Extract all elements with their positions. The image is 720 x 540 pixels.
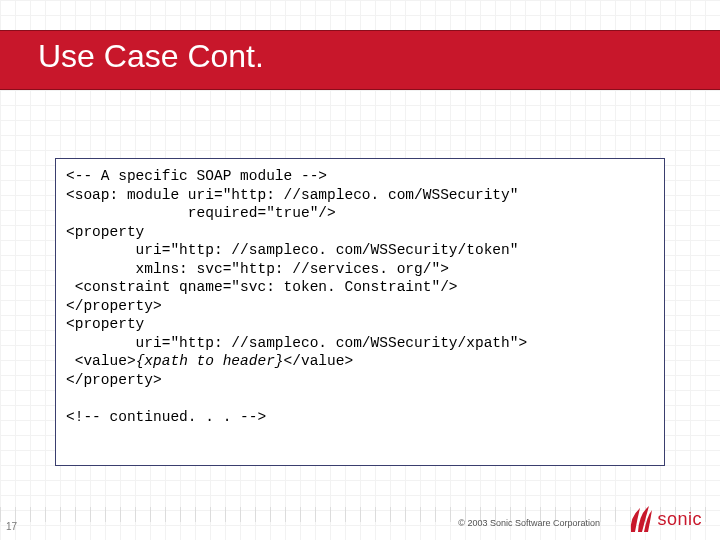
slide-title: Use Case Cont. bbox=[38, 38, 264, 75]
code-line: xmlns: svc="http: //services. org/"> bbox=[66, 261, 449, 277]
code-line-part: <value> bbox=[66, 353, 136, 369]
slide-number: 17 bbox=[6, 521, 17, 532]
code-line: <property bbox=[66, 316, 144, 332]
footer-grid bbox=[0, 507, 720, 522]
code-line: </property> bbox=[66, 298, 162, 314]
code-line: <constraint qname="svc: token. Constrain… bbox=[66, 279, 458, 295]
code-line: required="true"/> bbox=[66, 205, 336, 221]
logo-text: sonic bbox=[657, 509, 702, 530]
copyright-text: © 2003 Sonic Software Corporation bbox=[458, 518, 600, 528]
code-block: <-- A specific SOAP module --> <soap: mo… bbox=[66, 167, 654, 427]
code-line: uri="http: //sampleco. com/WSSecurity/to… bbox=[66, 242, 518, 258]
code-line: </property> bbox=[66, 372, 162, 388]
code-line: <soap: module uri="http: //sampleco. com… bbox=[66, 187, 518, 203]
code-box: <-- A specific SOAP module --> <soap: mo… bbox=[55, 158, 665, 466]
slide: Use Case Cont. <-- A specific SOAP modul… bbox=[0, 0, 720, 540]
code-line-part-italic: {xpath to header} bbox=[136, 353, 284, 369]
code-line: <property bbox=[66, 224, 144, 240]
sonic-logo: sonic bbox=[627, 504, 702, 534]
code-line-part: </value> bbox=[284, 353, 354, 369]
code-line: <!-- continued. . . --> bbox=[66, 409, 266, 425]
code-line: <-- A specific SOAP module --> bbox=[66, 168, 327, 184]
code-line: uri="http: //sampleco. com/WSSecurity/xp… bbox=[66, 335, 527, 351]
sonic-logo-icon bbox=[627, 504, 653, 534]
